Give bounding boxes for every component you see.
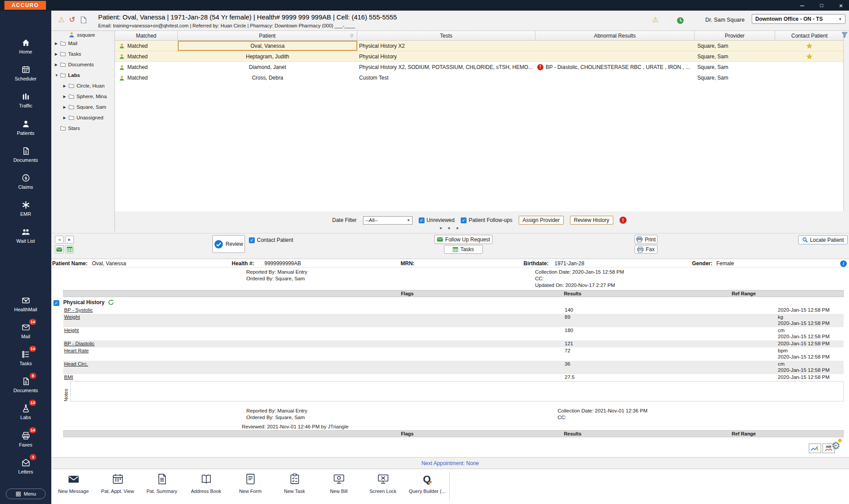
panel-splitter-handle[interactable]: ● ● ● [51, 225, 849, 230]
sidebar-item-faxes[interactable]: 14 Faxes [0, 431, 51, 454]
result-name-link[interactable]: Height [64, 328, 79, 333]
lab-result-row[interactable]: BP - Systolic 140 2020-Jan-15 12:58 PM [63, 307, 844, 314]
warning-icon[interactable]: ⚠ [652, 15, 658, 24]
selected-patient-cell[interactable]: Oval, Vanessa [178, 41, 357, 51]
table-row[interactable]: Matched Cross, Debra Custom Test Square,… [115, 73, 843, 83]
pat-summary-button[interactable]: Pat. Summary [140, 469, 184, 504]
previous-result-button[interactable]: ◄ [55, 236, 64, 244]
graph-view-icon[interactable] [809, 443, 821, 453]
locate-patient-button[interactable]: Locate Patient [798, 235, 848, 244]
expand-icon[interactable]: ▶ [55, 63, 60, 67]
tree-item-circle-huan[interactable]: ▶Circle, Huan [51, 80, 115, 91]
contact-patient-star-icon[interactable]: ★ [807, 42, 812, 50]
sidebar-item-documents-lower[interactable]: 8 Documents [0, 376, 51, 400]
column-filter-icon[interactable] [841, 32, 848, 39]
expand-icon[interactable]: ▶ [55, 52, 60, 56]
pat-appt-view-button[interactable]: Pat. Appt. View [96, 469, 140, 504]
result-name-link[interactable]: BMI [64, 374, 73, 380]
lab-result-row[interactable]: Head Circ. 36 cm 2020-Jan-15 12:58 PM [63, 361, 844, 374]
tree-item-tasks[interactable]: ▶Tasks [51, 49, 115, 59]
column-header-patient[interactable]: Patient▽ [178, 31, 357, 40]
warning-icon[interactable]: ⚠ [58, 15, 65, 24]
column-header-provider[interactable]: Provider [695, 31, 775, 40]
column-header-abnormal-results[interactable]: Abnormal Results [535, 31, 695, 40]
current-user[interactable]: ssquare [69, 32, 95, 38]
column-header-contact-patient[interactable]: Contact Patient [775, 31, 844, 40]
sidebar-item-healthmail[interactable]: HealthMail [0, 295, 51, 319]
sidebar-item-documents[interactable]: Documents [0, 146, 51, 170]
tree-item-sphere-mina[interactable]: ▶Sphere, Mina [51, 91, 115, 102]
table-row[interactable]: Matched Heptagram, Judith Physical Histo… [115, 51, 843, 62]
next-result-button[interactable]: ► [65, 236, 74, 244]
result-name-link[interactable]: Head Circ. [64, 361, 88, 367]
new-form-button[interactable]: New Form [228, 469, 272, 504]
refresh-alert-icon[interactable]: ↺ [69, 15, 75, 24]
screen-lock-button[interactable]: Screen Lock [361, 469, 405, 504]
minimize-icon[interactable]: ─ [799, 2, 806, 9]
expand-icon[interactable]: ▶ [63, 105, 69, 109]
tree-item-stars[interactable]: Stars [51, 123, 115, 134]
column-header-tests[interactable]: Tests [357, 31, 535, 40]
sidebar-item-tasks[interactable]: 14 Tasks [0, 349, 51, 373]
sidebar-item-claims[interactable]: $ Claims [0, 173, 51, 197]
result-name-link[interactable]: Heart Rate [64, 348, 89, 353]
contact-patient-star-icon[interactable]: ★ [807, 53, 812, 60]
column-header-matched[interactable]: Matched [115, 31, 178, 40]
expand-icon[interactable]: ▶ [63, 116, 69, 120]
lab-result-row[interactable]: Heart Rate 72 bpm 2020-Jan-15 12:58 PM [63, 347, 844, 361]
sidebar-item-patients[interactable]: Patients [0, 119, 51, 143]
fax-button[interactable]: Fax [635, 245, 658, 254]
sidebar-item-home[interactable]: Home [0, 38, 51, 61]
notes-box[interactable] [70, 381, 844, 401]
new-message-button[interactable]: New Message [51, 469, 96, 504]
lab-result-row[interactable]: BMI 27.5 2020-Jan-15 12:58 PM [63, 374, 844, 381]
new-bill-button[interactable]: New Bill [317, 469, 361, 504]
table-row[interactable]: Matched Oval, Vanessa Physical History X… [115, 41, 843, 51]
office-selector[interactable]: Downtown Office - ON - TS ▼ [752, 14, 845, 24]
date-filter-select[interactable]: --All-- ▼ [363, 216, 413, 225]
tasks-button[interactable]: Tasks [444, 245, 483, 254]
info-icon[interactable]: i [840, 260, 847, 267]
next-appointment[interactable]: Next Appointment: None [51, 458, 849, 469]
sidebar-item-wait-list[interactable]: Wait List [0, 227, 51, 251]
tree-item-labs[interactable]: ▼Labs [51, 70, 115, 80]
lab-result-row[interactable]: Height 180 cm 2020-Jan-15 12:58 PM [63, 327, 844, 340]
close-icon[interactable]: × [838, 2, 845, 9]
table-row[interactable]: Matched Diamond, Janet Physical History … [115, 62, 843, 73]
tree-item-unassigned[interactable]: ▶Unassigned [51, 112, 115, 123]
grid-view-mini-button[interactable] [65, 245, 74, 253]
send-message-mini-button[interactable] [55, 245, 64, 253]
tree-item-documents[interactable]: ▶Documents [51, 59, 115, 70]
query-builder-button[interactable]: Q Query Builder (... [405, 469, 449, 504]
assign-provider-button[interactable]: Assign Provider [519, 216, 564, 225]
lab-result-row[interactable]: BP - Diastolic 121 2020-Jan-15 12:58 PM [63, 340, 844, 347]
result-name-link[interactable]: BP - Diastolic [64, 341, 95, 346]
patient-followups-checkbox[interactable]: ✓ Patient Follow-ups [461, 217, 512, 223]
menu-button[interactable]: Menu [6, 489, 46, 499]
address-book-button[interactable]: Address Book [184, 469, 228, 504]
print-button[interactable]: Print [635, 235, 658, 244]
unreviewed-checkbox[interactable]: ✓ Unreviewed [419, 217, 455, 223]
new-task-button[interactable]: New Task [272, 469, 317, 504]
sidebar-item-labs[interactable]: 13 Labs [0, 403, 51, 427]
report-select-checkbox[interactable]: ✓ [54, 300, 59, 306]
result-name-link[interactable]: BP - Systolic [64, 307, 93, 313]
settings-gear-icon[interactable]: ⚙ [831, 440, 841, 452]
sidebar-item-scheduler[interactable]: Scheduler [0, 65, 51, 88]
document-icon[interactable] [80, 16, 87, 26]
sidebar-item-emr[interactable]: EMR [0, 200, 51, 224]
lab-result-row[interactable]: Weight 89 kg 2020-Jan-15 12:58 PM [63, 314, 844, 327]
sidebar-item-letters[interactable]: 3 Letters [0, 458, 51, 481]
result-name-link[interactable]: Weight [64, 314, 80, 320]
expand-icon[interactable]: ▶ [63, 84, 69, 88]
maximize-icon[interactable]: □ [818, 2, 825, 8]
tree-item-square-sam[interactable]: ▶Square, Sam [51, 102, 115, 112]
recent-activity-icon[interactable] [677, 17, 684, 27]
expand-icon[interactable]: ▶ [63, 95, 69, 99]
contact-patient-checkbox[interactable]: ✓ Contact Patient [249, 237, 293, 243]
collapse-icon[interactable]: ▼ [55, 73, 60, 77]
expand-icon[interactable]: ▶ [55, 42, 60, 46]
review-history-button[interactable]: Review History [570, 216, 613, 225]
follow-up-request-button[interactable]: Follow Up Request [434, 235, 493, 244]
sidebar-item-traffic[interactable]: Traffic [0, 92, 51, 115]
